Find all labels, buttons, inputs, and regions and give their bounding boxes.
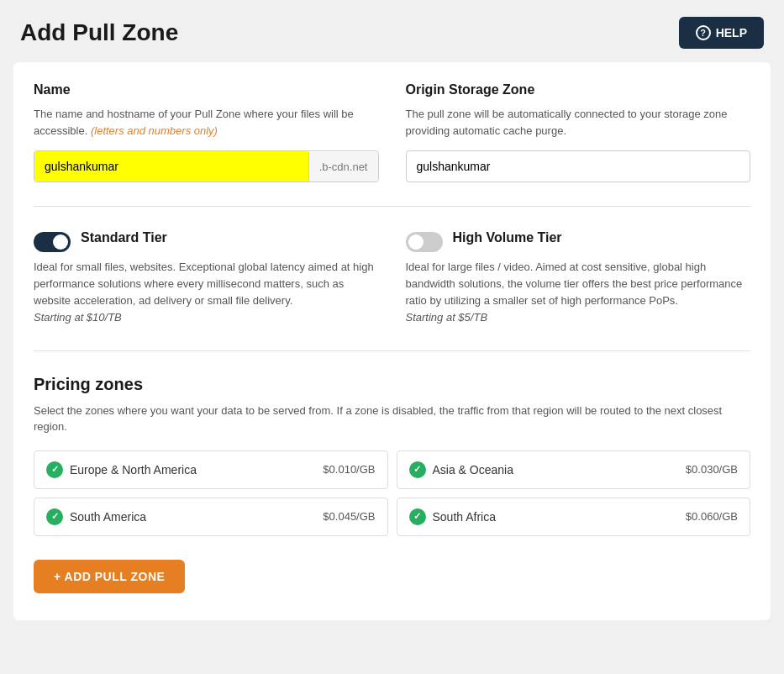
zone-price-1: $0.010/GB xyxy=(323,463,375,476)
origin-title: Origin Storage Zone xyxy=(406,82,751,97)
zone-left-3: South America xyxy=(46,508,146,525)
zone-price-4: $0.060/GB xyxy=(686,510,738,523)
zones-grid: Europe & North America $0.010/GB Asia & … xyxy=(34,450,750,536)
tier-section: Standard Tier Ideal for small files, web… xyxy=(34,230,750,327)
pricing-zones-section: Pricing zones Select the zones where you… xyxy=(34,375,750,536)
help-button[interactable]: ? HELP xyxy=(679,17,764,49)
zone-name-4: South Africa xyxy=(433,510,497,524)
name-desc: The name and hostname of your Pull Zone … xyxy=(34,106,379,139)
standard-tier: Standard Tier Ideal for small files, web… xyxy=(34,230,379,327)
origin-input[interactable] xyxy=(406,150,751,182)
help-button-label: HELP xyxy=(716,26,747,39)
main-content: Name The name and hostname of your Pull … xyxy=(13,62,771,620)
zone-name-2: Asia & Oceania xyxy=(433,463,514,477)
zone-check-icon-1 xyxy=(46,461,63,478)
high-volume-toggle-track[interactable] xyxy=(406,232,443,252)
zone-left-1: Europe & North America xyxy=(46,461,197,478)
pricing-desc: Select the zones where you want your dat… xyxy=(34,403,750,435)
zone-south-africa[interactable]: South Africa $0.060/GB xyxy=(397,498,751,536)
zone-check-icon-4 xyxy=(409,508,426,525)
zone-asia-oceania[interactable]: Asia & Oceania $0.030/GB xyxy=(397,450,751,489)
name-input-group: .b-cdn.net xyxy=(34,150,379,182)
high-volume-toggle-thumb xyxy=(408,234,424,250)
add-button-label: + ADD PULL ZONE xyxy=(54,570,165,583)
zone-left-2: Asia & Oceania xyxy=(409,461,514,478)
standard-tier-title: Standard Tier xyxy=(81,230,167,245)
divider-2 xyxy=(34,350,750,351)
high-volume-tier-title: High Volume Tier xyxy=(453,230,562,245)
high-volume-tier: High Volume Tier Ideal for large files /… xyxy=(406,230,751,327)
name-suffix: .b-cdn.net xyxy=(308,152,378,182)
zone-check-icon-2 xyxy=(409,461,426,478)
header: Add Pull Zone ? HELP xyxy=(0,0,784,62)
zone-south-america[interactable]: South America $0.045/GB xyxy=(34,498,388,536)
high-volume-tier-header: High Volume Tier xyxy=(406,230,751,252)
zone-name-1: Europe & North America xyxy=(70,463,197,477)
standard-tier-header: Standard Tier xyxy=(34,230,379,252)
name-title: Name xyxy=(34,82,379,97)
divider-1 xyxy=(34,206,750,207)
name-section: Name The name and hostname of your Pull … xyxy=(34,82,379,182)
zone-price-3: $0.045/GB xyxy=(323,510,375,523)
zone-check-icon-3 xyxy=(46,508,63,525)
page-container: Add Pull Zone ? HELP Name The name and h… xyxy=(0,0,784,674)
high-volume-tier-desc: Ideal for large files / video. Aimed at … xyxy=(406,259,751,327)
origin-section: Origin Storage Zone The pull zone will b… xyxy=(406,82,751,182)
zone-name-3: South America xyxy=(70,510,146,524)
zone-left-4: South Africa xyxy=(409,508,497,525)
standard-tier-desc: Ideal for small files, websites. Excepti… xyxy=(34,259,379,327)
standard-toggle-thumb xyxy=(53,234,68,250)
origin-desc: The pull zone will be automatically conn… xyxy=(406,106,751,139)
zone-price-2: $0.030/GB xyxy=(686,463,738,476)
pricing-title: Pricing zones xyxy=(34,375,750,394)
standard-tier-toggle[interactable] xyxy=(34,232,71,252)
name-origin-section: Name The name and hostname of your Pull … xyxy=(34,82,750,182)
high-volume-tier-toggle[interactable] xyxy=(406,232,443,252)
name-input[interactable] xyxy=(34,151,308,182)
page-title: Add Pull Zone xyxy=(20,19,178,46)
help-icon: ? xyxy=(696,25,711,40)
add-pull-zone-button[interactable]: + ADD PULL ZONE xyxy=(34,560,185,593)
standard-toggle-track[interactable] xyxy=(34,232,71,252)
zone-europe-north-america[interactable]: Europe & North America $0.010/GB xyxy=(34,450,388,489)
